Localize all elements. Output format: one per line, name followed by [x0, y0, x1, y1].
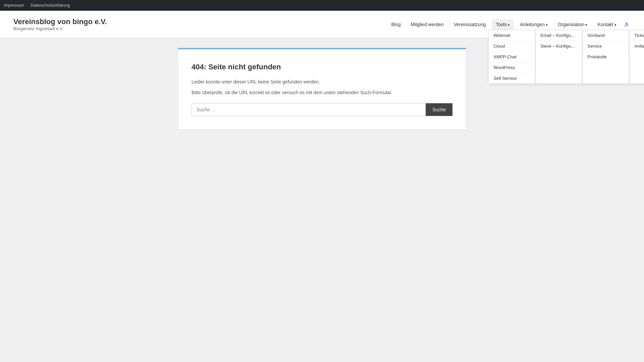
nav-blog-wrapper: Blog [387, 19, 405, 30]
site-header: Vereinsblog von bingo e.V. Bürgernetz In… [0, 11, 644, 38]
nav-tools-wrapper: Tools Webmail Cloud XMPP-Chat WordPress … [492, 19, 514, 30]
site-nav: Blog Mitglied werden Vereinssatzung Tool… [387, 19, 631, 30]
search-button[interactable]: Suche [426, 103, 452, 116]
error-title: 404: Seite nicht gefunden [192, 63, 452, 71]
nav-kontakt-wrapper: Kontakt [593, 19, 621, 30]
nav-anleitungen-wrapper: Anleitungen [516, 19, 552, 30]
admin-bar: Impressum Datenschutzerklärung [0, 0, 644, 11]
nav-satzung-wrapper: Vereinssatzung [450, 19, 490, 30]
site-title[interactable]: Vereinsblog von bingo e.V. [13, 17, 107, 26]
nav-anleitungen[interactable]: Anleitungen [516, 19, 552, 30]
search-input[interactable] [192, 103, 426, 116]
tools-col-kontakt: Ticket-System Anfahrt [629, 30, 644, 84]
tools-wordpress[interactable]: WordPress [489, 62, 535, 73]
tools-selfservice[interactable]: Self Service [489, 73, 535, 83]
nav-icon[interactable] [623, 20, 631, 28]
kontakt-ticket[interactable]: Ticket-System [630, 30, 644, 41]
tools-cloud[interactable]: Cloud [489, 41, 535, 52]
error-text-1: Leider konnte unter dieser URL keine Sei… [192, 78, 452, 85]
tools-col-3: Vorstand Service Protokolle [582, 30, 629, 84]
tools-service[interactable]: Service [583, 41, 629, 52]
tools-sieve-config[interactable]: Sieve – Konfigu... [536, 41, 582, 51]
site-branding: Vereinsblog von bingo e.V. Bürgernetz In… [13, 17, 107, 31]
search-form: Suche [192, 103, 452, 116]
nav-satzung[interactable]: Vereinssatzung [450, 19, 490, 30]
kontakt-anfahrt[interactable]: Anfahrt [630, 41, 644, 51]
tools-dropdown: Webmail Cloud XMPP-Chat WordPress Self S… [488, 30, 644, 84]
tools-email-config[interactable]: Email – Konfigu... [536, 30, 582, 41]
svg-point-0 [626, 22, 628, 24]
tools-protokolle[interactable]: Protokolle [583, 52, 629, 62]
tools-vorstand[interactable]: Vorstand [583, 30, 629, 41]
datenschutz-link[interactable]: Datenschutzerklärung [31, 3, 70, 8]
nav-tools[interactable]: Tools [492, 19, 514, 30]
nav-mitglied-wrapper: Mitglied werden [407, 19, 447, 30]
impressum-link[interactable]: Impressum [4, 3, 24, 8]
nav-organisation[interactable]: Organisation [554, 19, 591, 30]
content-box: 404: Seite nicht gefunden Leider konnte … [178, 48, 466, 130]
site-description: Bürgernetz Ingolstadt e.V. [13, 26, 107, 31]
error-text-2: Bitte überprüfe, ob die URL korrekt ist … [192, 89, 452, 96]
nav-mitglied[interactable]: Mitglied werden [407, 19, 447, 30]
tools-col-2: Email – Konfigu... Sieve – Konfigu... [535, 30, 582, 84]
tools-webmail[interactable]: Webmail [489, 30, 535, 41]
tools-xmpp[interactable]: XMPP-Chat [489, 52, 535, 62]
site-main: 404: Seite nicht gefunden Leider konnte … [171, 48, 473, 130]
nav-organisation-wrapper: Organisation [554, 19, 591, 30]
tools-col-1: Webmail Cloud XMPP-Chat WordPress Self S… [488, 30, 535, 84]
nav-blog[interactable]: Blog [387, 19, 405, 30]
nav-kontakt[interactable]: Kontakt [593, 19, 621, 30]
